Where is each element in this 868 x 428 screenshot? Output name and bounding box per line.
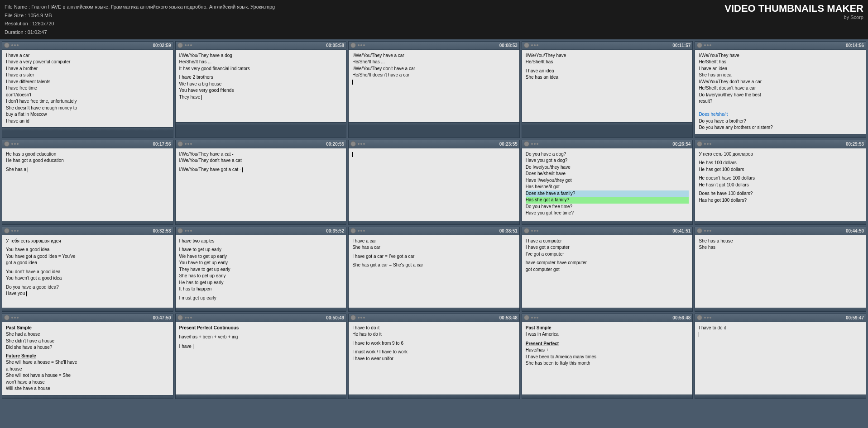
thumb-timestamp-18: 00:56:48 (672, 315, 691, 320)
thumb-content-19: I have to do it (695, 322, 866, 395)
thumb-content-11: I have two applesI have to get up earlyW… (176, 235, 346, 308)
thumbnail-4: 00:14:56I/We/You/They haveHe/She/It hasI… (695, 41, 866, 138)
thumb-header-12: 00:38:51 (349, 227, 519, 235)
thumb-camera-icon-17 (350, 315, 356, 320)
thumb-header-15: 00:47:50 (2, 314, 173, 322)
resolution-label: Resolution (5, 21, 28, 26)
thumbnail-12: 00:38:51I have a carShe has a carI have … (348, 227, 520, 312)
thumb-camera-icon-4 (697, 43, 702, 48)
thumb-content-2: I/We/You/They have a carHe/She/It has ..… (349, 50, 519, 122)
thumb-footer-13 (522, 308, 693, 311)
thumb-timestamp-10: 00:32:53 (153, 228, 171, 233)
thumb-header-7: 00:23:55 (349, 140, 519, 148)
thumb-content-12: I have a carShe has a carI have got a ca… (349, 235, 519, 308)
thumb-content-6: I/We/You/They have a cat -I/We/You/They … (176, 148, 346, 221)
thumb-timestamp-14: 00:44:50 (846, 228, 864, 233)
thumb-content-0: I have a carI have a very powerful compu… (2, 50, 173, 128)
thumb-footer-17 (349, 395, 519, 398)
thumb-footer-8 (522, 221, 693, 224)
thumb-header-8: 00:26:54 (522, 140, 693, 148)
thumbnail-10: 00:32:53У тебя есть хорошая идеяYou have… (2, 227, 173, 312)
thumbnail-15: 00:47:50Past SimpleShe had a houseShe di… (2, 314, 173, 399)
thumb-header-6: 00:20:55 (176, 140, 346, 148)
thumb-camera-icon-7 (350, 141, 356, 147)
thumb-content-15: Past SimpleShe had a houseShe didn't hav… (2, 322, 173, 395)
thumb-footer-11 (176, 308, 346, 311)
thumb-timestamp-3: 00:11:57 (672, 43, 691, 48)
thumb-camera-icon-12 (350, 228, 356, 233)
thumb-dots-9 (704, 143, 711, 145)
thumb-footer-19 (695, 395, 866, 398)
file-size-value: : 1054.9 MB (24, 13, 52, 18)
thumb-header-18: 00:56:48 (522, 314, 693, 322)
thumbnail-11: 00:35:52I have two applesI have to get u… (175, 227, 347, 312)
thumb-content-17: I have to do itHe has to do itI have to … (349, 322, 519, 395)
thumb-dots-15 (11, 317, 19, 319)
thumb-footer-16 (176, 395, 346, 398)
thumb-dots-19 (704, 317, 711, 319)
thumb-header-10: 00:32:53 (2, 227, 173, 235)
thumb-timestamp-15: 00:47:50 (153, 315, 171, 320)
thumb-timestamp-7: 00:23:55 (499, 142, 518, 147)
thumb-footer-3 (522, 122, 693, 126)
thumb-timestamp-12: 00:38:51 (499, 228, 518, 233)
thumb-footer-15 (2, 395, 173, 399)
thumbnail-17: 00:53:48I have to do itHe has to do itI … (348, 314, 520, 399)
thumb-dots-7 (358, 143, 365, 145)
thumbnail-13: 00:41:51I have a computerI have got a co… (522, 227, 693, 312)
thumb-content-4: I/We/You/They haveHe/She/It hasI have an… (695, 50, 866, 134)
thumb-footer-0 (2, 127, 173, 131)
thumb-camera-icon-1 (177, 43, 183, 48)
thumb-timestamp-5: 00:17:56 (153, 142, 171, 147)
thumb-camera-icon-19 (697, 315, 702, 320)
thumb-dots-16 (185, 317, 192, 319)
thumb-camera-icon-5 (4, 141, 10, 147)
thumb-header-0: 00:02:59 (2, 42, 173, 50)
thumb-camera-icon-13 (524, 228, 529, 233)
thumb-camera-icon-14 (697, 228, 702, 233)
thumb-dots-3 (531, 44, 538, 46)
thumb-timestamp-19: 00:59:47 (846, 315, 864, 320)
thumb-header-3: 00:11:57 (522, 42, 693, 50)
thumbnail-0: 00:02:59I have a carI have a very powerf… (2, 41, 173, 138)
thumb-camera-icon-0 (4, 43, 10, 48)
thumb-content-5: He has a good educationHe has got a good… (2, 148, 173, 221)
thumb-header-14: 00:44:50 (695, 227, 866, 235)
thumb-header-1: 00:05:58 (176, 42, 346, 50)
thumb-timestamp-9: 00:29:53 (846, 142, 864, 147)
thumb-header-4: 00:14:56 (695, 42, 866, 50)
thumb-content-16: Present Perfect Continuoushave/has + bee… (176, 322, 346, 395)
thumb-footer-7 (349, 221, 519, 224)
thumb-timestamp-11: 00:35:52 (326, 228, 344, 233)
thumb-camera-icon-18 (524, 315, 529, 320)
thumb-content-18: Past SimpleI was in AmericaPresent Perfe… (522, 322, 693, 395)
thumb-timestamp-16: 00:50:49 (326, 315, 344, 320)
thumb-dots-6 (185, 143, 192, 145)
file-name-label: File Name (5, 4, 27, 10)
thumb-dots-10 (11, 230, 19, 232)
thumb-dots-2 (358, 44, 365, 46)
thumb-footer-2 (349, 122, 519, 126)
thumb-footer-9 (695, 221, 866, 224)
file-size-label: File Size (5, 13, 24, 18)
thumb-dots-4 (704, 44, 711, 46)
top-bar: File Name : Глагол HAVE в английском язы… (0, 0, 868, 39)
file-info: File Name : Глагол HAVE в английском язы… (5, 3, 275, 37)
thumb-camera-icon-15 (4, 315, 10, 320)
thumb-header-13: 00:41:51 (522, 227, 693, 235)
thumb-timestamp-0: 00:02:59 (153, 43, 171, 48)
file-name-value: : Глагол HAVE в английском языке. Грамма… (27, 4, 275, 10)
thumb-camera-icon-16 (177, 315, 183, 320)
brand-area: VIDEO THUMBNAILS MAKER by Scorp (724, 3, 863, 20)
thumb-dots-18 (531, 317, 538, 319)
thumb-dots-17 (358, 317, 365, 319)
brand-title: VIDEO THUMBNAILS MAKER (724, 3, 863, 14)
thumb-header-9: 00:29:53 (695, 140, 866, 148)
brand-subtitle: by Scorp (724, 14, 863, 20)
thumb-content-3: I/We/You/They haveHe/She/It hasI have an… (522, 50, 693, 122)
thumb-header-19: 00:59:47 (695, 314, 866, 322)
thumb-dots-5 (11, 143, 19, 145)
thumb-footer-14 (695, 308, 866, 311)
thumb-camera-icon-8 (524, 141, 529, 147)
resolution-value: : 1280x720 (28, 21, 54, 26)
